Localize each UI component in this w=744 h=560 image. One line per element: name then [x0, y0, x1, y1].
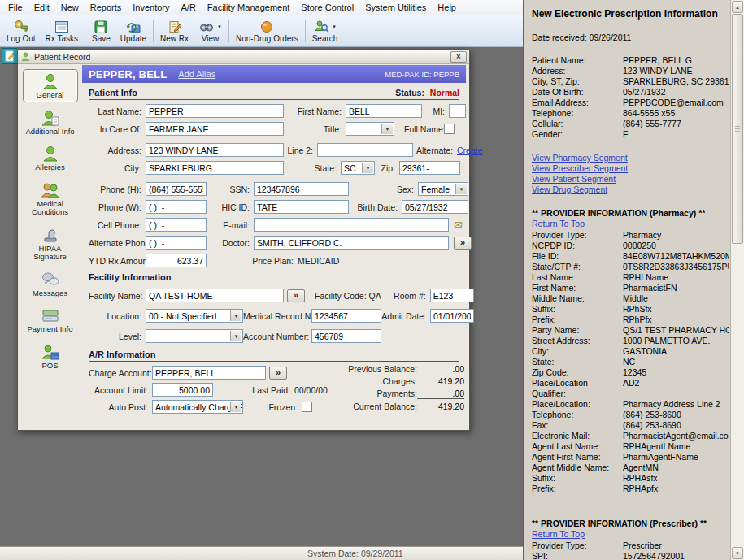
chevron-down-icon[interactable]: ▼ — [332, 24, 337, 29]
payments-label: Payments: — [329, 389, 417, 399]
menu-item[interactable]: Inventory — [127, 1, 175, 14]
doctor-field[interactable] — [254, 236, 449, 250]
segment-link[interactable]: View Drug Segment — [532, 184, 729, 195]
chevron-down-icon[interactable]: ▼ — [230, 310, 241, 321]
chevron-down-icon[interactable]: ▼ — [362, 163, 373, 173]
admit-date-field[interactable] — [430, 309, 474, 323]
phone-work-field[interactable] — [146, 200, 207, 214]
sidebar-item-messages[interactable]: Messages — [23, 267, 78, 301]
segment-link[interactable]: View Pharmacy Segment — [532, 153, 729, 163]
sidebar-item-pos[interactable]: POS — [23, 340, 78, 373]
segment-links: View Pharmacy Segment View Prescriber Se… — [532, 153, 729, 195]
charge-account-field[interactable] — [152, 366, 266, 380]
account-number-field[interactable] — [311, 329, 381, 343]
segment-link[interactable]: View Patient Segment — [532, 174, 729, 184]
scroll-down-icon[interactable]: ▼ — [732, 547, 743, 559]
room-field[interactable] — [430, 289, 474, 302]
menu-item[interactable]: Help — [432, 1, 462, 14]
menu-item[interactable]: Store Control — [295, 1, 359, 14]
chevron-down-icon[interactable]: ▼ — [381, 124, 393, 134]
return-to-top-link[interactable]: Return To Top — [532, 219, 585, 229]
sidebar-item-allergies[interactable]: Allergies — [23, 141, 78, 175]
ssn-field[interactable] — [254, 182, 349, 196]
info-row: Date Of Birth: 05/27/1932 — [532, 87, 729, 98]
sidebar-item-additional-info[interactable]: Additional Info — [23, 106, 78, 139]
system-date: System Date: 09/29/2011 — [307, 549, 403, 558]
medical-record-num-field[interactable] — [311, 309, 381, 323]
menu-item[interactable]: File — [2, 1, 28, 14]
hic-id-field[interactable] — [254, 200, 349, 214]
field-label: Agent Last Name: — [532, 441, 623, 452]
facility-code-label: Facility Code: — [315, 291, 369, 301]
level-select[interactable]: ▼ — [146, 329, 243, 343]
segment-link[interactable]: View Prescriber Segment — [532, 163, 729, 174]
non-drug-orders-button[interactable]: Non-Drug Orders — [231, 16, 303, 46]
in-care-of-field[interactable] — [146, 122, 284, 136]
city-field[interactable] — [146, 161, 284, 175]
envelope-icon[interactable]: ✉ — [454, 219, 463, 231]
rx-tasks-button[interactable]: Rx Tasks — [41, 16, 83, 46]
ytd-rx-amount-field[interactable] — [146, 254, 207, 267]
scroll-up-icon[interactable]: ▲ — [732, 1, 743, 13]
menu-item[interactable]: System Utilities — [359, 1, 432, 14]
field-label: Party Name: — [532, 325, 623, 336]
field-label: State/CTP #: — [532, 262, 623, 272]
field-value: Prescriber — [623, 540, 729, 551]
last-name-field[interactable] — [146, 104, 284, 118]
sidebar-item-hipaa-signature[interactable]: HIPAA Signature — [23, 223, 78, 264]
scrollbar-thumb[interactable] — [732, 14, 743, 244]
chevron-down-icon[interactable]: ▼ — [455, 184, 467, 194]
menu-item[interactable]: New — [55, 1, 85, 14]
cell-phone-field[interactable] — [146, 218, 207, 232]
panel-scrollbar[interactable]: ▲ ▼ — [730, 0, 744, 560]
sidebar-item-payment-info[interactable]: Payment Info — [23, 303, 78, 336]
window-titlebar[interactable]: Patient Record × — [18, 50, 469, 64]
frozen-checkbox[interactable] — [302, 402, 312, 412]
charge-account-lookup-button[interactable]: » — [269, 367, 287, 380]
full-name-checkbox[interactable] — [444, 124, 455, 134]
chevron-down-icon[interactable]: ▼ — [230, 402, 241, 412]
close-icon[interactable]: × — [450, 51, 467, 63]
location-select[interactable]: 00 - Not Specified▼ — [146, 309, 243, 323]
return-to-top-link[interactable]: Return To Top — [532, 529, 585, 540]
log-out-button[interactable]: Log Out — [2, 16, 41, 46]
mi-field[interactable] — [449, 104, 466, 118]
chevron-down-icon[interactable]: ▼ — [217, 24, 222, 29]
first-name-label: First Name: — [284, 106, 346, 116]
sidebar-label: Payment Info — [28, 325, 73, 334]
zip-field[interactable] — [399, 161, 460, 175]
account-limit-field[interactable] — [152, 383, 213, 397]
facility-lookup-button[interactable]: » — [287, 289, 305, 302]
menu-item[interactable]: Reports — [85, 1, 128, 14]
alternate-create-link[interactable]: Create — [457, 145, 483, 155]
chevron-down-icon[interactable]: ▼ — [230, 331, 241, 341]
auto-post-select[interactable]: Automatically Charge Pres▼ — [152, 400, 243, 414]
address-field[interactable] — [146, 143, 284, 157]
menu-item[interactable]: A/R — [176, 1, 202, 14]
update-button[interactable]: Update — [115, 16, 151, 46]
birth-date-field[interactable] — [402, 200, 468, 214]
save-button[interactable]: Save — [87, 16, 115, 46]
sex-select[interactable]: Female▼ — [418, 182, 468, 196]
facility-name-field[interactable] — [146, 289, 284, 302]
state-select[interactable]: SC▼ — [341, 161, 375, 175]
menu-item[interactable]: Facility Management — [202, 1, 296, 14]
menu-item[interactable]: Edit — [28, 1, 55, 14]
sidebar-item-medical-conditions[interactable]: Medical Conditions — [23, 178, 78, 219]
alternate-phone-field[interactable] — [146, 236, 207, 250]
notepad-shortcut-icon[interactable] — [2, 48, 18, 64]
status-badge: Normal — [430, 88, 459, 98]
phone-home-field[interactable] — [146, 182, 207, 196]
new-rx-button[interactable]: New Rx — [155, 16, 194, 46]
add-alias-link[interactable]: Add Alias — [178, 69, 215, 79]
ar-info-header: A/R Information — [89, 349, 459, 362]
first-name-field[interactable] — [346, 104, 422, 118]
view-button[interactable]: ▼ View — [194, 16, 227, 46]
email-field[interactable] — [254, 218, 449, 232]
search-button[interactable]: ▼ Search — [307, 16, 343, 46]
non-drug-orders-icon — [259, 20, 275, 34]
sidebar-item-general[interactable]: General — [23, 69, 78, 102]
title-select[interactable]: ▼ — [346, 122, 394, 136]
line2-field[interactable] — [317, 143, 413, 157]
doctor-lookup-button[interactable]: » — [454, 237, 472, 250]
